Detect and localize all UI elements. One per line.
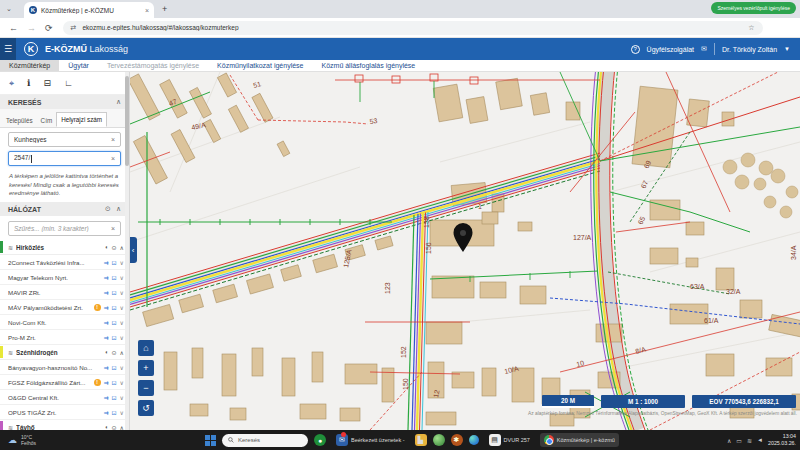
chevron-down-icon[interactable]: ∨ bbox=[120, 319, 124, 326]
hamburger-menu-icon[interactable]: ☰ bbox=[0, 38, 16, 60]
network-operator-row[interactable]: FGSZ Földgázszállító Zárt...!⇉⊡∨ bbox=[0, 375, 129, 390]
edge-icon[interactable] bbox=[469, 435, 479, 445]
clear-icon[interactable]: × bbox=[111, 136, 115, 143]
contrast-icon[interactable]: ◐ bbox=[105, 244, 109, 250]
zoom-to-lines-icon[interactable]: ⇉ bbox=[104, 289, 109, 296]
nav-tab--gyt-r[interactable]: Ügytár bbox=[59, 60, 98, 71]
reload-icon[interactable]: ⟳ bbox=[45, 23, 53, 33]
search-section-header[interactable]: KERESÉS ∧ bbox=[0, 95, 129, 109]
search-tab-helyrajzi-sz-m[interactable]: Helyrajzi szám bbox=[56, 112, 107, 127]
select-tool-icon[interactable]: ⌖ bbox=[9, 78, 14, 89]
fit-extent-icon[interactable]: ⊡ bbox=[112, 334, 117, 341]
new-tab-button[interactable]: + bbox=[162, 4, 167, 14]
reset-view-button[interactable]: ↺ bbox=[138, 400, 154, 416]
fit-extent-icon[interactable]: ⊡ bbox=[112, 259, 117, 266]
fit-extent-icon[interactable]: ⊡ bbox=[112, 304, 117, 311]
chevron-down-icon[interactable]: ▼ bbox=[784, 46, 790, 52]
collapse-icon[interactable]: ∧ bbox=[120, 349, 124, 356]
fit-extent-icon[interactable]: ⊡ bbox=[112, 319, 117, 326]
network-operator-row[interactable]: Pro-M Zrt.⇉⊡∨ bbox=[0, 330, 129, 345]
fit-extent-icon[interactable]: ⊡ bbox=[112, 394, 117, 401]
zoom-in-button[interactable]: + bbox=[138, 360, 154, 376]
mail-icon[interactable]: ✉ bbox=[701, 45, 707, 53]
chevron-down-icon[interactable]: ∨ bbox=[120, 274, 124, 281]
task-chrome[interactable]: Közműtérkép | e-közmű bbox=[540, 433, 619, 447]
network-operator-row[interactable]: O&GD Central Kft.⇉⊡∨ bbox=[0, 390, 129, 405]
nav-tab-k-zm-ll-sfoglal-s-ig-nyl-se[interactable]: Közmű állásfoglalás igénylése bbox=[312, 60, 424, 71]
taskbar-search[interactable]: Keresés bbox=[222, 434, 308, 447]
user-menu[interactable]: Dr. Törköly Zoltán bbox=[722, 46, 777, 53]
zoom-to-lines-icon[interactable]: ⇉ bbox=[104, 394, 109, 401]
taskbar-clock[interactable]: 13:04 2025.03.26. bbox=[768, 433, 796, 447]
settlement-input[interactable]: Kunhegyes × bbox=[8, 132, 121, 147]
chevron-down-icon[interactable]: ∨ bbox=[120, 334, 124, 341]
nav-tab-k-zm-t-rk-p[interactable]: Közműtérkép bbox=[0, 60, 59, 71]
zoom-to-lines-icon[interactable]: ⇉ bbox=[104, 274, 109, 281]
fit-extent-icon[interactable]: ⊡ bbox=[112, 409, 117, 416]
tray-device-icon[interactable]: ▭ bbox=[736, 437, 742, 444]
clear-icon[interactable]: × bbox=[111, 225, 115, 232]
zoom-to-lines-icon[interactable]: ⇉ bbox=[104, 319, 109, 326]
print-tool-icon[interactable]: ⊟ bbox=[44, 78, 52, 88]
browser-tab[interactable]: K Közműtérkép | e-KÖZMŰ × bbox=[24, 2, 154, 18]
explorer-icon[interactable]: ▙ bbox=[415, 434, 427, 446]
app-icon-sphere[interactable] bbox=[433, 434, 445, 446]
contrast-icon[interactable]: ◐ bbox=[105, 349, 109, 355]
network-operator-row[interactable]: OPUS TIGÁZ Zrt.⇉⊡∨ bbox=[0, 405, 129, 420]
app-icon-green[interactable]: ● bbox=[314, 434, 326, 446]
search-tab-telep-l-s[interactable]: Település bbox=[2, 114, 37, 127]
network-group-row[interactable]: ≋Szénhidrogén◐⊙∧ bbox=[0, 345, 129, 360]
tray-volume-icon[interactable]: ◄ bbox=[757, 437, 763, 443]
support-link[interactable]: Ügyfélszolgálat bbox=[647, 46, 694, 53]
network-operator-row[interactable]: MAVIR ZRt.⇉⊡∨ bbox=[0, 285, 129, 300]
fit-extent-icon[interactable]: ⊡ bbox=[112, 289, 117, 296]
tab-close-icon[interactable]: × bbox=[145, 7, 149, 14]
network-operator-row[interactable]: Magyar Telekom Nyrt.⇉⊡∨ bbox=[0, 270, 129, 285]
info-tool-icon[interactable]: ℹ bbox=[27, 78, 30, 88]
fit-extent-icon[interactable]: ⊡ bbox=[112, 364, 117, 371]
tray-expand-icon[interactable]: ∧ bbox=[727, 437, 731, 444]
collapse-icon[interactable]: ∧ bbox=[120, 244, 124, 251]
network-operator-row[interactable]: MÁV Pályaműködtetési Zrt.!⇉⊡∨ bbox=[0, 300, 129, 315]
fit-extent-icon[interactable]: ⊡ bbox=[112, 379, 117, 386]
chevron-down-icon[interactable]: ∨ bbox=[120, 364, 124, 371]
eye-icon[interactable]: ⊙ bbox=[112, 349, 117, 356]
back-icon[interactable]: ← bbox=[9, 23, 18, 33]
zoom-to-lines-icon[interactable]: ⇉ bbox=[104, 304, 109, 311]
task-mail[interactable]: ✉ Beérkezett üzenetek - bbox=[332, 432, 409, 448]
chevron-down-icon[interactable]: ∨ bbox=[120, 259, 124, 266]
bookmark-star-icon[interactable]: ☆ bbox=[748, 24, 754, 32]
tray-network-icon[interactable]: ≋ bbox=[747, 437, 752, 444]
chevron-down-icon[interactable]: ∨ bbox=[120, 409, 124, 416]
map-canvas[interactable]: 4749/A51531158156125/A1231521501210/A108… bbox=[130, 72, 800, 430]
site-info-icon[interactable]: ⇄ bbox=[71, 24, 77, 32]
zoom-to-lines-icon[interactable]: ⇉ bbox=[104, 364, 109, 371]
address-bar[interactable]: ⇄ ekozmu.e-epites.hu/lakossag/#/lakossag… bbox=[63, 21, 763, 35]
measure-tool-icon[interactable]: ∟ bbox=[64, 78, 73, 88]
collapse-icon[interactable]: ∧ bbox=[116, 98, 121, 106]
network-group-row[interactable]: ≋Távhő◐⊙∧ bbox=[0, 420, 129, 430]
collapse-icon[interactable]: ∧ bbox=[116, 205, 121, 213]
browser-promo-pill[interactable]: Személyes vezérlőpult igénylése bbox=[711, 2, 796, 14]
task-doc[interactable]: ▤ DVUR 257 bbox=[485, 432, 534, 448]
zoom-to-lines-icon[interactable]: ⇉ bbox=[104, 409, 109, 416]
network-group-row[interactable]: ≋Hírközlés◐⊙∧ bbox=[0, 240, 129, 255]
nav-tab-k-zm-nyilatkozat-ig-nyl-se[interactable]: Közműnyilatkozat igénylése bbox=[208, 60, 312, 71]
zoom-to-lines-icon[interactable]: ⇉ bbox=[104, 379, 109, 386]
clear-icon[interactable]: × bbox=[111, 155, 115, 162]
home-button[interactable]: ⌂ bbox=[138, 340, 154, 356]
weather-widget[interactable]: ☁ 10°C Felhős bbox=[8, 434, 36, 447]
chevron-down-icon[interactable]: ∨ bbox=[120, 394, 124, 401]
chevron-down-icon[interactable]: ∨ bbox=[120, 304, 124, 311]
parcel-number-input[interactable]: 2547/ × bbox=[8, 151, 121, 166]
start-button[interactable] bbox=[205, 435, 216, 446]
zoom-out-button[interactable]: − bbox=[138, 380, 154, 396]
network-operator-row[interactable]: Bányavagyon-hasznosító No...⇉⊡∨ bbox=[0, 360, 129, 375]
tab-search-icon[interactable]: ⌄ bbox=[6, 5, 12, 13]
sidebar-scrollbar[interactable] bbox=[125, 72, 129, 430]
chevron-down-icon[interactable]: ∨ bbox=[120, 289, 124, 296]
search-tab-c-m[interactable]: Cím bbox=[37, 114, 57, 127]
forward-icon[interactable]: → bbox=[27, 23, 36, 33]
network-operator-row[interactable]: Novi-Com Kft.⇉⊡∨ bbox=[0, 315, 129, 330]
zoom-to-lines-icon[interactable]: ⇉ bbox=[104, 259, 109, 266]
